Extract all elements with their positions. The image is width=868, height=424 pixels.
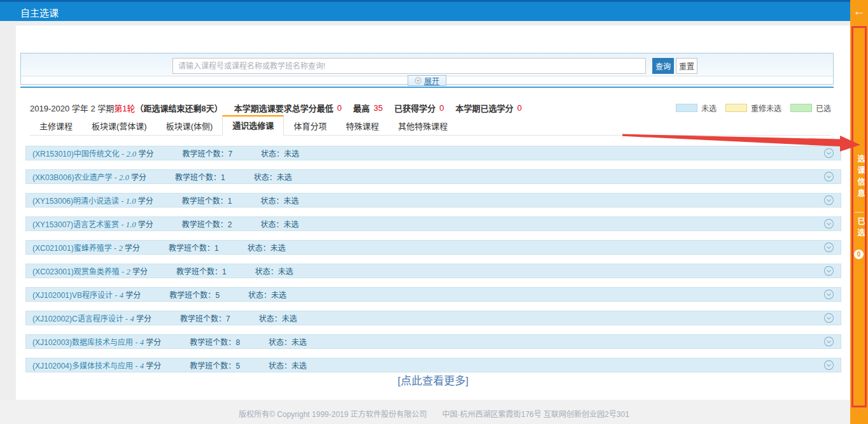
course-name: VB程序设计 — [72, 291, 113, 300]
course-selection-sidebar[interactable]: ← 选课信息 已选 0 — [850, 0, 868, 424]
expand-label: 展开 — [424, 75, 439, 86]
course-credits: 1.0 — [126, 220, 136, 229]
class-count: 教学班个数：8 — [190, 336, 240, 347]
course-row[interactable]: (XJ102001)VB程序设计 - 4 学分 教学班个数：5 状态：未选 — [25, 287, 841, 302]
tab-special-courses[interactable]: 特殊课程 — [336, 117, 388, 136]
course-row[interactable]: (XY153007)语言艺术鉴赏 - 1.0 学分 教学班个数：2 状态：未选 — [25, 216, 841, 231]
main-panel: 查询 重置 展开 2019-2020 学年 2 学期第1轮（距选课结束还剩8天）… — [16, 25, 850, 400]
expand-row-icon[interactable] — [823, 218, 834, 229]
sidebar-tab-title[interactable]: 选课信息 — [855, 155, 866, 201]
credit-req-label: 本学期选课要求总学分最低 — [234, 102, 333, 114]
expand-row-icon[interactable] — [823, 360, 834, 371]
round-text: 第1轮 — [114, 102, 135, 114]
tab-major-courses[interactable]: 主修课程 — [30, 117, 82, 136]
course-credits: 4 — [120, 291, 123, 300]
reset-button[interactable]: 重置 — [676, 58, 697, 74]
legend-retake: 重修未选 — [725, 102, 781, 113]
class-count: 教学班个数：1 — [176, 265, 227, 276]
class-count: 教学班个数：5 — [169, 289, 220, 300]
course-code: (XY153006) — [32, 197, 73, 206]
course-row[interactable]: (XY153006)明清小说选读 - 1.0 学分 教学班个数：1 状态：未选 — [25, 193, 841, 208]
course-row[interactable]: (XJ102004)多媒体技术与应用 - 4 学分 教学班个数：5 状态：未选 — [25, 358, 841, 372]
collapse-arrow-icon[interactable]: ← — [850, 4, 868, 18]
course-code: (XY153007) — [32, 220, 73, 229]
course-status: 状态：未选 — [259, 313, 297, 323]
tab-other-special-courses[interactable]: 其他特殊课程 — [388, 117, 457, 136]
class-count: 教学班个数：1 — [169, 242, 219, 253]
course-status: 状态：未选 — [260, 218, 298, 229]
tab-block-pe-courses[interactable]: 板块课(营体课) — [82, 117, 157, 136]
course-credits: 4 — [130, 314, 134, 323]
class-count: 教学班个数：7 — [180, 313, 230, 323]
tab-general-electives[interactable]: 通识选修课 — [222, 115, 284, 136]
course-status: 状态：未选 — [254, 171, 292, 182]
course-name: 语言艺术鉴赏 — [73, 220, 119, 229]
expand-toggle[interactable]: 展开 — [407, 75, 446, 86]
expand-row-icon[interactable] — [823, 313, 834, 323]
expand-row-icon[interactable] — [823, 148, 834, 159]
legend-retake-label: 重修未选 — [751, 102, 781, 113]
course-list: (XR153010)中国传统文化 - 2.0 学分 教学班个数：7 状态：未选 … — [25, 146, 841, 381]
course-row[interactable]: (XC023001)观赏鱼类养殖 - 2 学分 教学班个数：1 状态：未选 — [25, 264, 841, 278]
legend-unselected-swatch — [676, 104, 697, 112]
course-code: (XC021001) — [32, 244, 74, 253]
chevron-down-circle-icon — [414, 77, 421, 84]
credit-req-min: 0 — [337, 103, 342, 113]
legend-unselected: 未选 — [676, 102, 717, 113]
course-credits: 2.0 — [119, 173, 129, 182]
expand-row-icon[interactable] — [823, 336, 834, 347]
course-credits: 1.0 — [126, 197, 136, 206]
course-code: (XJ102002) — [32, 314, 72, 323]
sidebar-divider — [855, 212, 864, 213]
expand-row-icon[interactable] — [823, 171, 834, 182]
class-count: 教学班个数：2 — [182, 218, 232, 229]
search-input[interactable] — [172, 58, 646, 74]
course-row[interactable]: (XK03B006)农业遗产学 - 2.0 学分 教学班个数：1 状态：未选 — [25, 169, 841, 184]
course-code: (XK03B006) — [32, 173, 74, 182]
semester-text: 2019-2020 学年 2 学期 — [30, 102, 114, 114]
expand-row-icon[interactable] — [823, 289, 834, 300]
query-button[interactable]: 查询 — [652, 58, 674, 74]
course-code: (XC023001) — [32, 267, 74, 276]
page-title: 自主选课 — [20, 6, 59, 19]
footer: 版权所有© Copyright 1999-2019 正方软件股份有限公司 中国·… — [0, 400, 868, 424]
tab-pe-items[interactable]: 体育分项 — [284, 117, 336, 136]
view-more-link[interactable]: [点此查看更多] — [16, 372, 850, 388]
course-name: 多媒体技术与应用 — [72, 362, 133, 371]
legend-retake-swatch — [725, 104, 747, 112]
divider-line — [20, 87, 834, 88]
course-name: C语言程序设计 — [72, 314, 123, 323]
credit-max-value: 35 — [374, 103, 382, 113]
tab-block-fitness-test[interactable]: 板块课(体侧) — [157, 117, 223, 136]
class-count: 教学班个数：5 — [190, 360, 240, 371]
earned-credit-value: 0 — [439, 103, 444, 113]
search-panel: 查询 重置 展开 — [20, 53, 834, 85]
course-name: 中国传统文化 — [74, 150, 120, 159]
course-code: (XR153010) — [32, 150, 74, 159]
course-status: 状态：未选 — [255, 265, 293, 276]
course-row[interactable]: (XJ102002)C语言程序设计 - 4 学分 教学班个数：7 状态：未选 — [25, 311, 841, 325]
course-status: 状态：未选 — [261, 148, 299, 159]
expand-row-icon[interactable] — [823, 195, 834, 206]
course-credits: 4 — [140, 362, 144, 371]
earned-credit-label: 已获得学分 — [394, 102, 435, 114]
course-name: 蜜蜂养殖学 — [74, 244, 112, 253]
course-row[interactable]: (XC021001)蜜蜂养殖学 - 2 学分 教学班个数：1 状态：未选 — [25, 240, 841, 255]
class-count: 教学班个数：1 — [175, 171, 225, 182]
course-row[interactable]: (XJ102003)数据库技术与应用 - 4 学分 教学班个数：8 状态：未选 — [25, 334, 841, 349]
credit-max-label: 最高 — [353, 102, 370, 114]
course-name: 数据库技术与应用 — [72, 338, 133, 347]
course-row[interactable]: (XR153010)中国传统文化 - 2.0 学分 教学班个数：7 状态：未选 — [25, 146, 841, 160]
selected-count-badge: 0 — [854, 250, 864, 259]
selected-credit-value: 0 — [517, 103, 522, 113]
expand-row-icon[interactable] — [823, 242, 834, 253]
course-status: 状态：未选 — [269, 336, 307, 347]
sidebar-selected-label: 已选 — [855, 217, 866, 240]
course-status: 状态：未选 — [269, 360, 307, 371]
course-status: 状态：未选 — [260, 195, 298, 206]
course-code: (XJ102003) — [32, 338, 72, 347]
course-name: 观赏鱼类养殖 — [74, 267, 120, 276]
course-credits: 2.0 — [126, 150, 136, 159]
semester-info-row: 2019-2020 学年 2 学期第1轮（距选课结束还剩8天） 本学期选课要求总… — [30, 102, 831, 113]
expand-row-icon[interactable] — [823, 265, 834, 276]
